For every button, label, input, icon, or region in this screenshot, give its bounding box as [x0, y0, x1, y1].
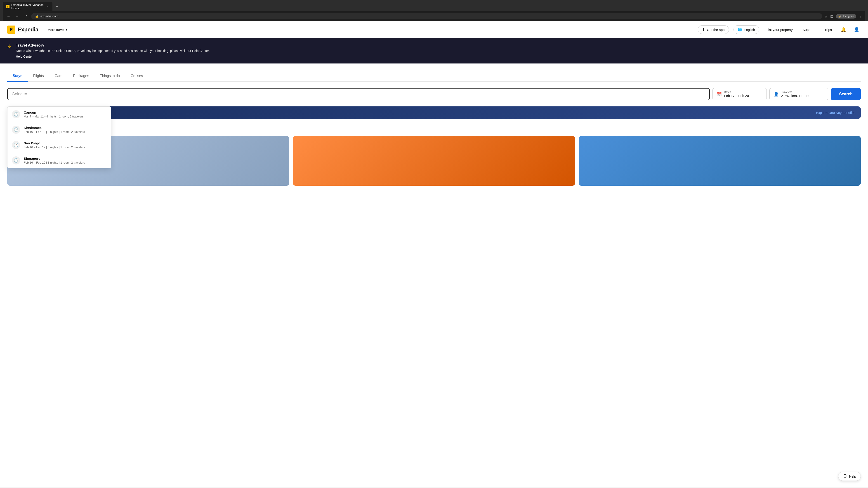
- tab-stays[interactable]: Stays: [7, 71, 28, 82]
- get-app-label: Get the app: [707, 28, 724, 32]
- dates-value: Feb 17 – Feb 20: [724, 94, 763, 98]
- tab-favicon: E: [6, 5, 9, 8]
- san-diego-info: San Diego Feb 16 – Feb 19 | 3 nights | 1…: [24, 141, 85, 149]
- tab-title: Expedia Travel: Vacation Home...: [11, 3, 45, 10]
- warning-icon: ⚠: [7, 43, 12, 50]
- window-controls-icon[interactable]: ⊡: [830, 14, 833, 19]
- back-button[interactable]: ←: [5, 13, 12, 20]
- travelers-value: 2 travelers, 1 room: [781, 94, 824, 98]
- search-section: Stays Flights Cars Packages Things to do…: [0, 64, 868, 106]
- stays-section-title: St: [7, 125, 861, 131]
- search-button[interactable]: Search: [831, 88, 861, 100]
- browser-nav: ← → ↺ 🔒 expedia.com ☆ ⊡ 🕵 Incognito ⋮: [3, 11, 865, 21]
- cancun-info: Cancun Mar 7 – Mar 11 • 4 nights | 1 roo…: [24, 110, 84, 118]
- refresh-button[interactable]: ↺: [23, 13, 29, 20]
- dropdown-item-kissimmee[interactable]: 🕐 Kissimmee Feb 16 – Feb 19 | 3 nights |…: [7, 122, 111, 137]
- new-tab-button[interactable]: +: [54, 3, 60, 10]
- active-tab[interactable]: E Expedia Travel: Vacation Home... ✕: [3, 2, 53, 11]
- singapore-name: Singapore: [24, 157, 85, 160]
- account-icon: 👤: [854, 27, 860, 32]
- incognito-badge: 🕵 Incognito: [836, 14, 856, 19]
- bookmark-icon[interactable]: ☆: [825, 14, 828, 19]
- search-bar-container: 🕐 Cancun Mar 7 – Mar 11 • 4 nights | 1 r…: [7, 82, 861, 106]
- travelers-picker[interactable]: 👤 Travelers 2 travelers, 1 room: [770, 88, 828, 100]
- trips-link[interactable]: Trips: [822, 26, 835, 34]
- tab-bar: E Expedia Travel: Vacation Home... ✕ +: [3, 2, 865, 11]
- language-label: English: [744, 28, 755, 32]
- san-diego-detail: Feb 16 – Feb 19 | 3 nights | 1 room, 2 t…: [24, 145, 85, 149]
- travelers-content: Travelers 2 travelers, 1 room: [781, 91, 824, 98]
- stay-image-3: [579, 136, 861, 186]
- advisory-text: Due to winter weather in the United Stat…: [16, 49, 210, 53]
- dates-picker[interactable]: 📅 Dates Feb 17 – Feb 20: [712, 88, 767, 100]
- list-property-link[interactable]: List your property: [764, 26, 796, 34]
- dropdown-item-singapore[interactable]: 🕐 Singapore Feb 16 – Feb 19 | 3 nights |…: [7, 153, 111, 168]
- tab-cars[interactable]: Cars: [49, 71, 68, 82]
- stay-card-3[interactable]: [579, 136, 861, 186]
- incognito-label: Incognito: [843, 15, 854, 18]
- help-icon: 💬: [843, 474, 847, 478]
- search-tabs: Stays Flights Cars Packages Things to do…: [7, 71, 861, 82]
- travel-advisory-banner: ⚠ Travel Advisory Due to winter weather …: [0, 38, 868, 64]
- one-key-banner: 🔑 eligible booking you make. Get started…: [7, 106, 861, 119]
- language-button[interactable]: 🌐 English: [734, 25, 759, 34]
- cancun-name: Cancun: [24, 110, 84, 114]
- logo-text: Expedia: [18, 26, 38, 33]
- cancun-detail: Mar 7 – Mar 11 • 4 nights | 1 room, 2 tr…: [24, 115, 84, 118]
- lock-icon: 🔒: [35, 14, 39, 18]
- help-button[interactable]: 💬 Help: [838, 472, 861, 481]
- san-diego-name: San Diego: [24, 141, 85, 145]
- page-content: E Expedia More travel ▾ ⬇ Get the app 🌐 …: [0, 21, 868, 487]
- one-key-text: eligible booking you make. Get started!: [22, 111, 812, 115]
- chevron-down-icon: ▾: [66, 28, 68, 32]
- dropdown-item-san-diego[interactable]: 🕐 San Diego Feb 16 – Feb 19 | 3 nights |…: [7, 137, 111, 153]
- history-icon-singapore: 🕐: [12, 156, 20, 164]
- singapore-detail: Feb 16 – Feb 19 | 3 nights | 1 room, 2 t…: [24, 161, 85, 164]
- notification-button[interactable]: 🔔: [839, 25, 848, 34]
- destination-dropdown: 🕐 Cancun Mar 7 – Mar 11 • 4 nights | 1 r…: [7, 106, 111, 168]
- tab-close-button[interactable]: ✕: [46, 5, 49, 8]
- expedia-header: E Expedia More travel ▾ ⬇ Get the app 🌐 …: [0, 21, 868, 38]
- travelers-label: Travelers: [781, 91, 824, 94]
- dates-label: Dates: [724, 91, 763, 94]
- calendar-icon: 📅: [717, 92, 722, 97]
- help-label: Help: [849, 475, 856, 478]
- more-travel-label: More travel: [48, 28, 64, 32]
- kissimmee-name: Kissimmee: [24, 126, 85, 130]
- support-link[interactable]: Support: [800, 26, 817, 34]
- address-bar[interactable]: 🔒 expedia.com: [31, 13, 822, 20]
- help-center-link[interactable]: Help Center: [16, 55, 33, 58]
- singapore-info: Singapore Feb 16 – Feb 19 | 3 nights | 1…: [24, 157, 85, 164]
- download-icon: ⬇: [702, 28, 705, 32]
- one-key-explore-link[interactable]: Explore One Key benefits: [816, 111, 855, 115]
- history-icon-cancun: 🕐: [12, 110, 20, 119]
- destination-input[interactable]: [7, 88, 710, 100]
- incognito-icon: 🕵: [838, 15, 842, 18]
- dates-content: Dates Feb 17 – Feb 20: [724, 91, 763, 98]
- tab-things-to-do[interactable]: Things to do: [94, 71, 125, 82]
- more-travel-button[interactable]: More travel ▾: [45, 26, 70, 33]
- globe-icon: 🌐: [738, 28, 742, 32]
- kissimmee-detail: Feb 16 – Feb 19 | 3 nights | 1 room, 2 t…: [24, 130, 85, 133]
- browser-menu-icon[interactable]: ⋮: [859, 14, 863, 19]
- logo-icon: E: [7, 26, 16, 34]
- url-text[interactable]: expedia.com: [40, 14, 818, 18]
- kissimmee-info: Kissimmee Feb 16 – Feb 19 | 3 nights | 1…: [24, 126, 85, 133]
- history-icon-san-diego: 🕐: [12, 141, 20, 149]
- tab-packages[interactable]: Packages: [68, 71, 94, 82]
- advisory-content: Travel Advisory Due to winter weather in…: [16, 43, 210, 59]
- expedia-logo[interactable]: E Expedia: [7, 26, 38, 34]
- notification-icon: 🔔: [841, 27, 846, 32]
- tab-cruises[interactable]: Cruises: [125, 71, 148, 82]
- tab-flights[interactable]: Flights: [28, 71, 49, 82]
- browser-chrome: E Expedia Travel: Vacation Home... ✕ + ←…: [0, 0, 868, 21]
- advisory-title: Travel Advisory: [16, 43, 210, 48]
- stay-image-2: [293, 136, 575, 186]
- forward-button[interactable]: →: [14, 13, 20, 20]
- dropdown-item-cancun[interactable]: 🕐 Cancun Mar 7 – Mar 11 • 4 nights | 1 r…: [7, 107, 111, 122]
- account-button[interactable]: 👤: [852, 25, 861, 34]
- person-icon: 👤: [774, 92, 779, 97]
- stay-card-2[interactable]: [293, 136, 575, 186]
- get-app-button[interactable]: ⬇ Get the app: [698, 25, 729, 34]
- stays-section: St: [0, 119, 868, 192]
